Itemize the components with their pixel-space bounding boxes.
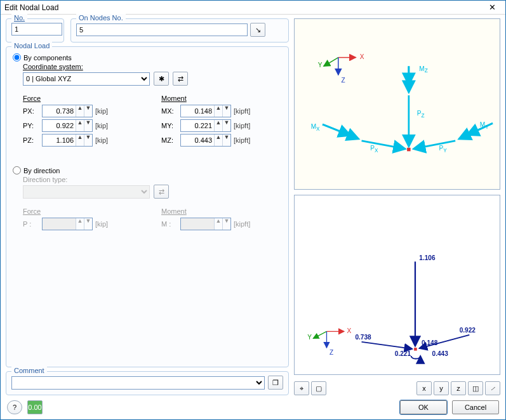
close-icon[interactable]: ✕ [483,3,502,12]
help-button[interactable]: ? [7,400,22,414]
svg-text:0.922: 0.922 [460,327,476,334]
direction-type-select [23,185,150,199]
cs-link-button[interactable]: ⇄ [173,72,188,86]
on-nodes-label: On Nodes No. [76,14,126,22]
svg-rect-28 [414,348,417,351]
py-input[interactable] [43,120,76,131]
radio-by-components-input[interactable] [13,53,21,62]
comment-stack-button[interactable]: ❐ [268,376,283,390]
px-up[interactable]: ▲ [76,105,84,117]
radio-by-direction[interactable]: By direction [13,166,282,174]
svg-line-31 [362,342,413,349]
svg-text:0.443: 0.443 [432,350,449,357]
svg-text:Z: Z [341,77,345,84]
preview-schematic: X Y Z MZ PZ MX PX [294,18,500,190]
view-y-button[interactable]: y [434,381,449,395]
group-nodal-load: Nodal Load By components Coordinate syst… [6,46,289,367]
px-down[interactable]: ▼ [84,105,92,117]
dialog-button-bar: ? 0.00 OK Cancel [1,395,505,419]
view-toolbar: ⌖ ▢ x y z ◫ ⟋ [294,381,500,395]
edit-nodal-load-dialog: Edit Nodal Load ✕ No. On Nodes No. ↘ [0,0,506,420]
view-tool-1[interactable]: ⌖ [294,381,309,395]
mx-spinner[interactable]: ▲▼ [180,105,231,117]
dir-link-button: ⇄ [154,185,169,199]
view-x-button[interactable]: x [416,381,432,395]
my-input[interactable] [181,120,214,131]
radio-by-direction-input[interactable] [13,166,21,174]
preview-3d: X Y Z 1.106 0.738 0.922 0.148 0 [294,195,500,375]
pick-nodes-button[interactable]: ↘ [250,23,265,37]
force-column: Force PX: ▲▼ [kip] PY: ▲▼ [kip] PZ: ▲▼ [… [23,95,143,148]
svg-text:PY: PY [439,145,448,154]
on-nodes-input[interactable] [76,23,248,36]
units-button[interactable]: 0.00 [27,400,43,414]
no-label: No. [11,14,27,22]
mz-spinner[interactable]: ▲▼ [180,134,231,147]
coordinate-system-label: Coordinate system: [23,63,282,70]
radio-by-components[interactable]: By components [13,53,282,62]
picker-icon: ↘ [255,26,261,34]
group-comment: Comment ❐ [6,371,289,395]
svg-text:PZ: PZ [417,110,425,119]
px-spinner[interactable]: ▲▼ [42,105,93,117]
p-input [43,218,76,230]
svg-text:X: X [347,327,352,334]
my-spinner[interactable]: ▲▼ [180,119,231,132]
svg-text:Y: Y [318,62,323,69]
group-no: No. [6,18,64,43]
view-tool-2[interactable]: ▢ [311,381,326,395]
force-head: Force [23,95,143,102]
svg-text:0.738: 0.738 [355,334,371,341]
view-persp-button[interactable]: ⟋ [485,381,500,395]
svg-line-19 [413,141,455,149]
svg-line-23 [313,331,326,338]
svg-text:MX: MX [311,123,320,132]
direction-type-label: Direction type: [23,176,282,183]
svg-text:X: X [360,53,364,60]
m-input [181,218,214,230]
svg-text:MZ: MZ [419,65,427,74]
cs-new-button[interactable]: ✱ [154,72,169,86]
svg-text:Y: Y [307,334,312,341]
svg-line-13 [323,124,350,135]
svg-line-1 [324,58,338,67]
no-input[interactable] [11,23,62,36]
cancel-button[interactable]: Cancel [452,400,499,414]
mx-input[interactable] [181,105,214,117]
ok-button[interactable]: OK [400,400,447,414]
svg-text:Z: Z [330,349,333,356]
comment-label: Comment [11,367,47,374]
moment-column: Moment MX: ▲▼ [kipft] MY: ▲▼ [kipft] MZ:… [161,95,282,148]
pz-input[interactable] [43,135,76,146]
nodal-load-label: Nodal Load [11,42,52,49]
dialog-title: Edit Nodal Load [4,3,483,12]
svg-line-14 [362,141,406,149]
mz-input[interactable] [181,135,214,146]
view-iso-button[interactable]: ◫ [468,381,483,395]
svg-text:PX: PX [370,145,378,154]
titlebar: Edit Nodal Load ✕ [1,1,505,15]
coordinate-system-select[interactable]: 0 | Global XYZ [23,72,150,86]
svg-text:1.106: 1.106 [419,254,436,261]
svg-rect-6 [407,148,411,152]
py-spinner[interactable]: ▲▼ [42,119,93,132]
group-on-nodes: On Nodes No. ↘ [70,18,289,43]
svg-text:0.221: 0.221 [395,350,411,357]
comment-select[interactable] [11,376,265,390]
view-z-button[interactable]: z [451,381,466,395]
pz-spinner[interactable]: ▲▼ [42,134,93,147]
svg-text:0.148: 0.148 [422,339,438,346]
moment-head: Moment [161,95,282,102]
px-input[interactable] [43,105,76,117]
by-direction-panel: Direction type: ⇄ Force P : ▲▼ [kip] [23,176,282,232]
